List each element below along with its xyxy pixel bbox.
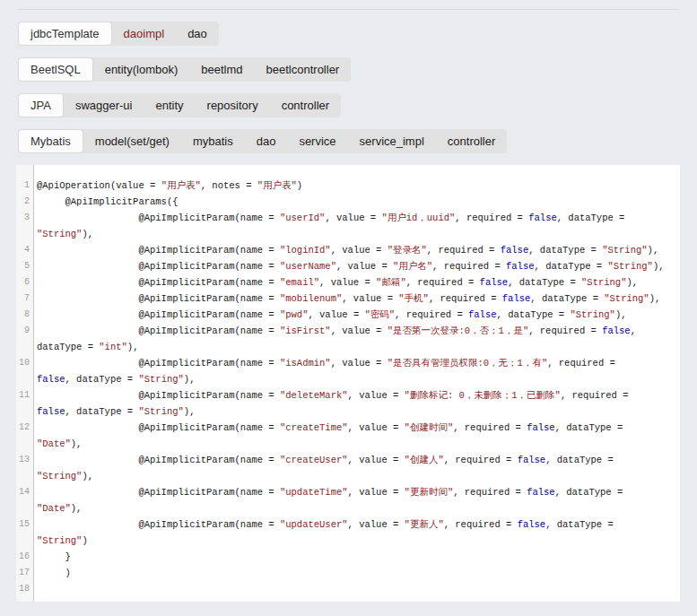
tab-controller[interactable]: controller	[270, 93, 341, 117]
code-string: "密码"	[364, 309, 395, 320]
code-line: @ApiImplicitParam(name = "createUser", v…	[33, 452, 614, 468]
line-number	[16, 403, 33, 420]
tab-beetlcontroller[interactable]: beetlcontroller	[255, 57, 352, 82]
tab-pill: Mybatismodel(set/get)mybatisdaoservicese…	[18, 129, 507, 153]
tab-service[interactable]: service	[287, 129, 347, 153]
code-keyword: false	[528, 213, 557, 223]
code-string: "pwd"	[280, 309, 309, 320]
tab-controller[interactable]: controller	[436, 129, 507, 153]
code-text: @ApiImplicitParam(name =	[37, 519, 280, 530]
tab-list: entity(lombok)beetlmdbeetlcontroller	[93, 57, 352, 82]
code-line: "Date"),	[33, 500, 82, 516]
code-text: , value =	[325, 213, 381, 223]
code-string: "createTime"	[280, 422, 348, 433]
code-text: @ApiImplicitParams({	[37, 196, 179, 207]
code-line: false, dataType = "String"),	[33, 371, 195, 387]
code-text: ),	[626, 277, 638, 288]
code-line: }	[33, 549, 71, 565]
line-number: 8	[16, 307, 33, 323]
code-text: ),	[127, 342, 139, 352]
code-keyword: false	[37, 374, 65, 385]
code-text: ),	[615, 309, 627, 320]
code-line: @ApiImplicitParam(name = "updateUser", v…	[33, 516, 614, 533]
code-text: , required =	[444, 455, 518, 465]
tab-list: daoimpldao	[112, 22, 219, 46]
code-editor[interactable]: 1@ApiOperation(value = "用户表", notes = "用…	[16, 165, 680, 602]
line-number: 3	[16, 210, 33, 226]
code-keyword: false	[602, 325, 631, 336]
code-line: "String"),	[33, 468, 93, 484]
tab-beetlmd[interactable]: beetlmd	[189, 57, 254, 82]
code-keyword: false	[480, 277, 509, 288]
code-text: @ApiImplicitParam(name =	[37, 390, 280, 401]
tab-pill: BeetlSQLentity(lombok)beetlmdbeetlcontro…	[18, 57, 351, 82]
group-label-beetlsql[interactable]: BeetlSQL	[18, 57, 93, 82]
tab-group-beetlsql: BeetlSQLentity(lombok)beetlmdbeetlcontro…	[18, 57, 697, 82]
code-string: "更新人"	[405, 519, 444, 530]
tab-dao[interactable]: dao	[176, 22, 219, 46]
code-text: @ApiImplicitParam(name =	[37, 358, 280, 369]
code-text: , required =	[395, 309, 468, 320]
code-string: "String"	[581, 277, 626, 288]
code-string: "用户表"	[161, 180, 201, 191]
code-text: , required =	[547, 358, 615, 369]
code-line: false, dataType = "String"),	[33, 403, 195, 420]
code-line: @ApiOperation(value = "用户表", notes = "用户…	[33, 178, 302, 194]
code-text: )	[297, 180, 302, 191]
code-text: ),	[71, 503, 83, 514]
tab-entity[interactable]: entity	[144, 93, 195, 117]
code-keyword: false	[518, 519, 546, 530]
code-text: , value =	[342, 293, 398, 304]
code-row: 12 @ApiImplicitParam(name = "createTime"…	[16, 420, 680, 436]
code-string: "用户名"	[393, 261, 432, 272]
code-string: "用户id，uuid"	[381, 213, 455, 223]
code-line: @ApiImplicitParams({	[33, 194, 179, 210]
code-row: 5 @ApiImplicitParam(name = "userName", v…	[16, 258, 680, 274]
code-text: ,	[631, 325, 636, 336]
code-line: "Date"),	[33, 436, 82, 452]
code-row: "String"),	[16, 468, 680, 484]
group-label-mybatis[interactable]: Mybatis	[18, 129, 83, 153]
code-string: "创建人"	[405, 455, 444, 465]
code-string: "isAdmin"	[280, 358, 331, 369]
code-row: 14 @ApiImplicitParam(name = "updateTime"…	[16, 484, 680, 500]
line-number	[16, 226, 33, 242]
code-text: ),	[648, 245, 659, 256]
code-row: 3 @ApiImplicitParam(name = "userId", val…	[16, 210, 680, 226]
line-number: 9	[16, 323, 33, 339]
code-text: ),	[653, 261, 665, 272]
code-text: , value =	[348, 455, 405, 465]
code-string: "String"	[602, 245, 647, 256]
code-line: @ApiImplicitParam(name = "isAdmin", valu…	[33, 355, 615, 371]
line-number: 15	[16, 516, 33, 533]
code-string: "deleteMark"	[280, 390, 348, 401]
code-row: false, dataType = "String"),	[16, 403, 680, 420]
code-string: "Date"	[37, 438, 71, 449]
tab-entity-lombok-[interactable]: entity(lombok)	[93, 57, 190, 82]
tab-repository[interactable]: repository	[196, 93, 270, 117]
code-text: ),	[82, 229, 93, 239]
group-label-jpa[interactable]: JPA	[18, 93, 64, 117]
tab-pill: jdbcTemplatedaoimpldao	[18, 22, 219, 46]
tab-swagger-ui[interactable]: swagger-ui	[64, 93, 144, 117]
group-label-jdbctemplate[interactable]: jdbcTemplate	[18, 22, 112, 46]
tab-dao[interactable]: dao	[245, 129, 288, 153]
line-number: 12	[16, 420, 33, 436]
code-text: , dataType =	[497, 309, 571, 320]
code-text: @ApiImplicitParam(name =	[37, 325, 280, 336]
code-string: "用户表"	[257, 180, 297, 191]
code-text: , dataType =	[528, 245, 602, 256]
line-number	[16, 500, 33, 516]
tab-list: swagger-uientityrepositorycontroller	[64, 93, 341, 117]
tab-mybatis[interactable]: mybatis	[181, 129, 245, 153]
tab-model-set-get-[interactable]: model(set/get)	[83, 129, 181, 153]
tab-service-impl[interactable]: service_impl	[348, 129, 436, 153]
code-string: "是否第一次登录:0，否；1，是"	[388, 325, 529, 336]
tab-daoimpl[interactable]: daoimpl	[112, 22, 177, 46]
code-line: @ApiImplicitParam(name = "createTime", v…	[33, 420, 623, 436]
code-text: , dataType =	[555, 422, 623, 433]
code-row: 6 @ApiImplicitParam(name = "email", valu…	[16, 274, 680, 291]
code-line: @ApiImplicitParam(name = "userId", value…	[33, 210, 631, 226]
code-string: "String"	[607, 261, 652, 272]
code-text: @ApiImplicitParam(name =	[37, 422, 280, 433]
